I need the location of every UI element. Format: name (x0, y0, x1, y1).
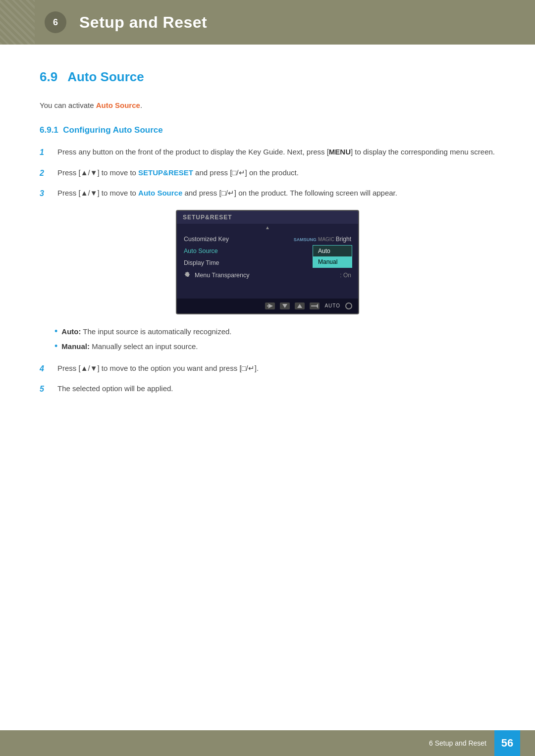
header-bar: 6 Setup and Reset (0, 0, 535, 45)
step-1: 1 Press any button on the front of the p… (40, 146, 495, 159)
footer-bar: 6 Setup and Reset 56 (0, 730, 535, 756)
power-button-icon (345, 302, 352, 309)
section-title: Auto Source (67, 69, 144, 85)
step-content-4: Press [▲/▼] to move to the option you wa… (57, 362, 495, 375)
step-number-4: 4 (40, 362, 50, 375)
menu-row-transparency: Menu Transparency : On (177, 269, 358, 282)
subsection-heading: 6.9.1 Configuring Auto Source (40, 125, 495, 135)
menu-row-display-time: Display Time (177, 257, 358, 269)
step-content-3: Press [▲/▼] to move to Auto Source and p… (57, 187, 495, 200)
footer-page-number: 56 (494, 730, 520, 756)
btn-up-icon (295, 302, 305, 309)
step-content-2: Press [▲/▼] to move to SETUP&RESET and p… (57, 167, 495, 180)
setup-reset-label: SETUP&RESET (138, 168, 193, 177)
monitor-bottom-bar: AUTO (177, 299, 358, 313)
steps-list: 1 Press any button on the front of the p… (40, 146, 495, 200)
btn-down-icon (280, 302, 290, 309)
gear-icon (184, 271, 192, 279)
menu-title-bar: SETUP&RESET (177, 211, 358, 224)
footer-text: 6 Setup and Reset (429, 739, 486, 747)
btn-back-icon (265, 302, 275, 309)
step-2: 2 Press [▲/▼] to move to SETUP&RESET and… (40, 167, 495, 180)
bullet-manual: • Manual: Manually select an input sourc… (54, 341, 495, 353)
menu-items-container: Customized Key SAMSUNG MAGIC Bright Auto… (177, 231, 358, 299)
intro-paragraph: You can activate Auto Source. (40, 100, 495, 111)
menu-row-auto-source: Auto Source Auto Manual (177, 245, 358, 257)
main-content: 6.9 Auto Source You can activate Auto So… (0, 45, 535, 453)
svg-marker-3 (297, 304, 302, 308)
section-number: 6.9 (40, 69, 57, 85)
auto-button-label: AUTO (324, 303, 340, 308)
menu-arrow-up: ▲ (177, 224, 358, 231)
step-content-5: The selected option will be applied. (57, 383, 495, 396)
page-title: Setup and Reset (79, 13, 207, 32)
svg-rect-1 (267, 305, 269, 306)
dropdown-auto: Auto (313, 246, 352, 256)
auto-source-step-label: Auto Source (138, 189, 182, 197)
section-heading: 6.9 Auto Source (40, 69, 495, 85)
bullet-auto-term: Auto (61, 327, 78, 336)
step-4: 4 Press [▲/▼] to move to the option you … (40, 362, 495, 375)
svg-marker-5 (316, 303, 318, 308)
bullet-auto: • Auto: The input source is automaticall… (54, 326, 495, 338)
step-5: 5 The selected option will be applied. (40, 383, 495, 396)
svg-marker-2 (282, 304, 287, 308)
left-stripe-decoration (0, 0, 35, 45)
monitor-menu: SETUP&RESET ▲ Customized Key SAMSUNG MAG… (177, 211, 358, 313)
chapter-number-circle: 6 (45, 11, 66, 33)
step-number-5: 5 (40, 383, 50, 396)
step-number-3: 3 (40, 187, 50, 200)
btn-enter-icon (310, 302, 320, 309)
bullet-list: • Auto: The input source is automaticall… (40, 326, 495, 353)
menu-key-label: MENU (329, 148, 351, 156)
steps-list-2: 4 Press [▲/▼] to move to the option you … (40, 362, 495, 396)
menu-row-customized-key: Customized Key SAMSUNG MAGIC Bright (177, 233, 358, 245)
step-number-1: 1 (40, 146, 50, 159)
step-number-2: 2 (40, 167, 50, 180)
monitor-screenshot: SETUP&RESET ▲ Customized Key SAMSUNG MAG… (176, 210, 359, 314)
auto-source-highlight: Auto Source (96, 101, 140, 109)
menu-spacer (177, 282, 358, 297)
bullet-manual-term: Manual (61, 342, 87, 351)
step-3: 3 Press [▲/▼] to move to Auto Source and… (40, 187, 495, 200)
step-content-1: Press any button on the front of the pro… (57, 146, 495, 159)
